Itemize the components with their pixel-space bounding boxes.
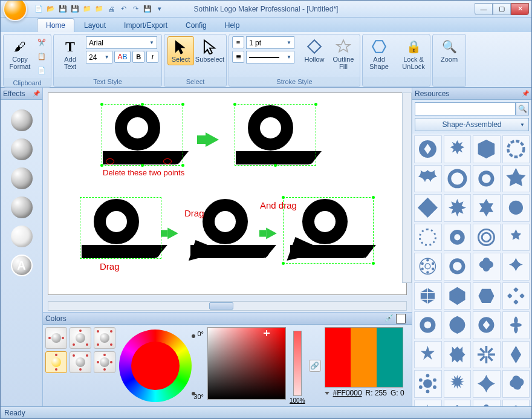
maximize-button[interactable]: ▢ — [493, 3, 511, 15]
tab-home[interactable]: Home — [37, 18, 74, 32]
font-dropdown[interactable]: Arial▼ — [86, 36, 157, 49]
alpha-slider[interactable] — [293, 331, 302, 396]
shape-item[interactable] — [502, 282, 530, 310]
shape-item[interactable] — [414, 311, 442, 339]
preset-6[interactable] — [94, 351, 115, 373]
preset-5[interactable] — [70, 351, 91, 373]
shape-item[interactable] — [502, 370, 530, 398]
effect-preset-3[interactable] — [11, 167, 33, 189]
fontsize-dropdown[interactable]: 24▼ — [86, 51, 112, 63]
tab-layout[interactable]: Layout — [76, 19, 114, 32]
effect-preset-5[interactable] — [11, 226, 33, 247]
qat-folder-icon[interactable]: 📁 — [82, 4, 92, 15]
preset-1[interactable] — [45, 327, 67, 349]
effect-preset-1[interactable] — [11, 109, 33, 131]
shape-item[interactable] — [414, 194, 442, 222]
preset-2[interactable] — [70, 327, 91, 349]
paste-icon[interactable]: 📄 — [36, 64, 48, 76]
pin-icon[interactable]: 📌 — [522, 90, 529, 97]
shape-item[interactable] — [502, 194, 530, 222]
shape-item[interactable] — [502, 341, 530, 369]
shape-item[interactable] — [502, 224, 530, 252]
lineweight-dropdown[interactable]: 1 pt▼ — [246, 36, 294, 49]
color-wheel[interactable] — [119, 330, 192, 402]
minimize-button[interactable]: — — [475, 3, 493, 15]
shape-item[interactable] — [444, 370, 472, 398]
hex-dropdown[interactable] — [325, 392, 329, 395]
select-button[interactable]: Select — [167, 36, 194, 65]
canvas[interactable]: Delete these two points Drag Drag — [48, 93, 407, 295]
add-shape-button[interactable]: Add Shape — [366, 36, 392, 73]
resource-search-button[interactable]: 🔍 — [516, 102, 529, 115]
qat-open-icon[interactable]: 📂 — [45, 4, 56, 15]
qat-folder2-icon[interactable]: 📁 — [94, 4, 105, 15]
shape-item[interactable] — [502, 311, 530, 339]
shape-item[interactable] — [473, 341, 501, 369]
shape-item[interactable] — [444, 224, 472, 252]
lock-button[interactable]: 🔒 Lock & UnLock — [400, 36, 427, 73]
close-button[interactable]: ✕ — [511, 3, 529, 15]
eyedropper-icon[interactable]: 💉 — [384, 314, 394, 323]
lineweight-icon[interactable]: ≡ — [232, 36, 244, 48]
shape-item[interactable] — [414, 341, 442, 369]
shape-item[interactable] — [444, 135, 472, 163]
qat-print-icon[interactable]: 🖨 — [106, 4, 117, 15]
shape-item[interactable] — [473, 165, 501, 193]
copy-icon[interactable]: 📋 — [36, 50, 48, 62]
shape-item[interactable] — [444, 400, 472, 407]
charsel-button[interactable]: AB — [114, 51, 131, 63]
shape-item[interactable] — [414, 282, 442, 310]
shape-item[interactable] — [444, 311, 472, 339]
shape-item[interactable] — [473, 224, 501, 252]
preset-4[interactable] — [45, 351, 67, 373]
canvas-hscroll[interactable] — [48, 301, 407, 311]
italic-button[interactable]: I — [146, 51, 158, 63]
shape-item[interactable] — [473, 311, 501, 339]
shape-item[interactable] — [473, 370, 501, 398]
shape-item[interactable] — [414, 370, 442, 398]
qat-saveas-icon[interactable]: 💾 — [142, 4, 153, 15]
zoom-button[interactable]: 🔍 Zoom — [436, 36, 462, 65]
saturation-box[interactable] — [207, 327, 286, 400]
shape-item[interactable] — [502, 400, 530, 407]
current-color-swatch[interactable] — [396, 314, 406, 323]
linestyle-dropdown[interactable]: ▼ — [246, 51, 294, 63]
shape-item[interactable] — [414, 400, 442, 407]
copy-format-button[interactable]: 🖌 Copy Format — [7, 36, 33, 73]
hollow-button[interactable]: Hollow — [301, 36, 328, 65]
shape-item[interactable] — [473, 194, 501, 222]
tab-config[interactable]: Config — [177, 19, 215, 32]
qat-new-icon[interactable]: 📄 — [33, 4, 44, 15]
shape-item[interactable] — [502, 165, 530, 193]
shape-item[interactable] — [444, 194, 472, 222]
subselect-button[interactable]: Subselect — [196, 36, 223, 65]
effect-preset-text[interactable]: A — [11, 255, 33, 276]
qat-saveall-icon[interactable]: 💾 — [70, 4, 80, 15]
linestyle-icon[interactable]: ≣ — [232, 51, 244, 63]
shape-item[interactable] — [473, 253, 501, 281]
pin-icon[interactable]: 📌 — [33, 90, 40, 97]
shape-item[interactable] — [502, 253, 530, 281]
tab-help[interactable]: Help — [216, 19, 248, 32]
shape-item[interactable] — [444, 165, 472, 193]
shape-item[interactable] — [502, 135, 530, 163]
qat-redo-icon[interactable]: ↷ — [130, 4, 141, 15]
cut-icon[interactable]: ✂️ — [36, 36, 48, 48]
preset-3[interactable] — [94, 327, 115, 349]
shape-item[interactable] — [414, 224, 442, 252]
shape-item[interactable] — [473, 135, 501, 163]
resource-search-input[interactable] — [415, 102, 516, 115]
shape-item[interactable] — [444, 341, 472, 369]
bold-button[interactable]: B — [132, 51, 144, 63]
tab-import-export[interactable]: Import/Export — [115, 19, 176, 32]
effect-preset-2[interactable] — [11, 138, 33, 160]
shape-item[interactable] — [414, 135, 442, 163]
hex-value[interactable]: #FF0000 — [333, 389, 362, 397]
shape-item[interactable] — [414, 165, 442, 193]
add-text-button[interactable]: T Add Text — [57, 36, 83, 73]
qat-dropdown-icon[interactable]: ▾ — [154, 4, 165, 15]
shape-item[interactable] — [473, 282, 501, 310]
qat-undo-icon[interactable]: ↶ — [118, 4, 129, 15]
shape-item[interactable] — [444, 282, 472, 310]
shape-item[interactable] — [444, 253, 472, 281]
